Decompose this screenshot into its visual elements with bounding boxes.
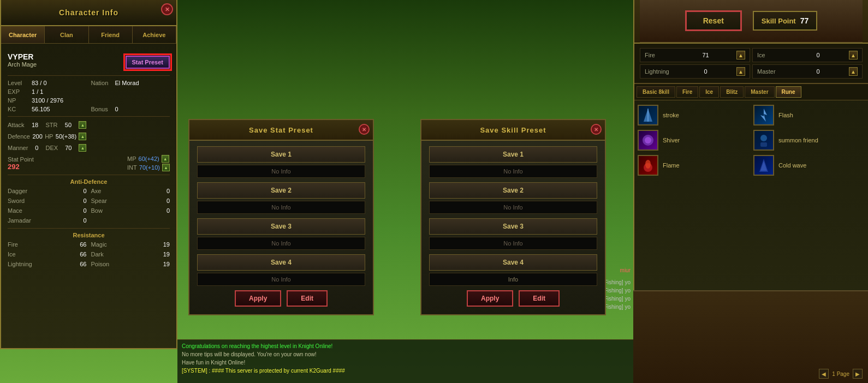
dark-res-value: 19 (163, 251, 170, 258)
stat-dialog-close-btn[interactable]: ✕ (359, 124, 370, 135)
coldwave-label: Cold wave (778, 162, 806, 169)
skill-save-3-btn[interactable]: Save 3 (429, 218, 597, 235)
hp-up-btn[interactable]: ▲ (79, 133, 86, 140)
fishing-line-1: [Fishing] yo (603, 278, 631, 286)
stat-dialog-titlebar: Save Stat Preset ✕ (189, 120, 373, 141)
coldwave-icon (753, 155, 774, 176)
nation-value: El Morad (115, 80, 139, 86)
magic-res-value: 19 (163, 241, 170, 248)
skill-panel-top: Reset Skill Point 77 (634, 0, 868, 44)
skill-dialog-titlebar: Save Skill Preset ✕ (421, 120, 605, 141)
stat-save-4-btn[interactable]: Save 4 (197, 254, 365, 271)
skill-save-2-btn[interactable]: Save 2 (429, 182, 597, 199)
skill-point-value: 77 (800, 16, 809, 25)
tab-fire-skill[interactable]: Fire (676, 86, 698, 98)
stat-apply-btn[interactable]: Apply (235, 290, 281, 307)
stat-save-2-info: No Info (197, 201, 365, 214)
reset-button[interactable]: Reset (685, 10, 742, 31)
master-attr-value: 0 (789, 68, 847, 75)
stat-save-2-btn[interactable]: Save 2 (197, 182, 365, 199)
svg-point-4 (645, 137, 651, 143)
flash-label: Flash (778, 112, 793, 118)
bonus-label: Bonus (91, 106, 113, 112)
stat-save-3-btn[interactable]: Save 3 (197, 218, 365, 235)
skill-dialog-content: Save 1 No Info Save 2 No Info Save 3 No … (421, 141, 605, 314)
tab-basic-skill[interactable]: Basic 8kill (637, 86, 675, 98)
lightning-res-row: Lightning 66 (8, 260, 87, 268)
lightning-attr-row: Lightning 0 ▲ (640, 64, 750, 79)
bonus-row: Bonus 0 (91, 105, 170, 113)
fire-attr-add-btn[interactable]: ▲ (736, 51, 745, 59)
tab-clan[interactable]: Clan (45, 26, 88, 43)
mace-row: Mace 0 (8, 206, 87, 215)
int-up-btn[interactable]: ▲ (162, 164, 170, 171)
stat-save-1-btn[interactable]: Save 1 (197, 146, 365, 163)
svg-point-8 (645, 160, 651, 169)
str-up-btn[interactable]: ▲ (79, 121, 86, 129)
attack-label: Attack (8, 122, 25, 128)
char-panel-titlebar: Character Info ✕ (1, 0, 176, 26)
skill-summon: summon friend (753, 130, 865, 151)
dex-up-btn[interactable]: ▲ (79, 144, 86, 152)
sword-row: Sword 0 (8, 196, 87, 205)
tab-friend[interactable]: Friend (89, 26, 133, 43)
skill-edit-btn[interactable]: Edit (519, 290, 560, 307)
chat-line-2: No more tips will be displayed. You're o… (182, 350, 629, 358)
summon-icon (753, 130, 774, 151)
spear-value: 0 (167, 198, 170, 204)
skill-save-4-btn[interactable]: Save 4 (429, 254, 597, 271)
mp-value: 60(+42) (139, 155, 159, 162)
fishing-text: [Fishing] yo [Fishing] yo [Fishing] yo [… (603, 278, 631, 311)
char-panel-title: Character Info (59, 8, 118, 17)
stat-preset-button[interactable]: Stat Preset (126, 56, 170, 69)
stat-save-3-info: No Info (197, 237, 365, 250)
tab-rune-skill[interactable]: Rune (776, 86, 801, 98)
mp-up-btn[interactable]: ▲ (162, 155, 169, 163)
char-tabs-row: Character Clan Friend Achieve (1, 26, 176, 44)
tab-ice-skill[interactable]: Ice (699, 86, 719, 98)
hp-value: 50(+38) (56, 133, 76, 140)
attack-value: 18 (32, 122, 38, 128)
book-area: ◀ 1 Page ▶ (633, 290, 868, 383)
lightning-attr-add-btn[interactable]: ▲ (736, 67, 745, 76)
skill-dialog-title: Save Skill Preset (480, 126, 546, 134)
ice-attr-add-btn[interactable]: ▲ (849, 51, 858, 59)
tab-character[interactable]: Character (1, 26, 45, 43)
char-panel-close-btn[interactable]: ✕ (161, 3, 173, 15)
tab-blitz-skill[interactable]: Blitz (720, 86, 744, 98)
divider-3 (8, 175, 170, 175)
resistance-title: Resistance (8, 232, 170, 238)
str-label: STR (46, 122, 58, 128)
str-value: 50 (65, 122, 72, 128)
fishing-line-3: [Fishing] yo (603, 295, 631, 303)
tab-achieve[interactable]: Achieve (133, 26, 176, 43)
skill-save-2-info: No Info (429, 201, 597, 214)
stat-point-label: Stat Point (8, 156, 34, 163)
skill-apply-btn[interactable]: Apply (467, 290, 513, 307)
skill-save-4-info: Info (429, 273, 597, 286)
page-prev-btn[interactable]: ◀ (819, 369, 829, 379)
exp-label: EXP (8, 88, 29, 95)
page-next-btn[interactable]: ▶ (853, 369, 863, 379)
master-attr-add-btn[interactable]: ▲ (849, 67, 858, 76)
stat-dialog-footer: Apply Edit (197, 290, 365, 309)
svg-marker-2 (760, 109, 767, 122)
char-content: VYPER Arch Mage Stat Preset Level 83 / 0… (1, 44, 176, 273)
kc-row: KC 56.105 (8, 105, 87, 113)
skill-save-1-btn[interactable]: Save 1 (429, 146, 597, 163)
skill-point-label: Skill Point (762, 17, 796, 25)
fire-attr-value: 71 (677, 52, 734, 58)
skill-attrs-grid: Fire 71 ▲ Ice 0 ▲ Lightning 0 ▲ Master 0… (634, 44, 868, 84)
skill-dialog-close-btn[interactable]: ✕ (591, 124, 602, 135)
page-nav: ◀ 1 Page ▶ (819, 369, 863, 379)
fire-attr-label: Fire (645, 52, 675, 58)
dark-res-row: Dark 19 (91, 250, 170, 259)
char-name-row: VYPER Arch Mage Stat Preset (8, 52, 170, 72)
svg-point-5 (760, 135, 767, 141)
stroke-label: stroke (663, 112, 679, 118)
level-row: Level 83 / 0 (8, 79, 87, 87)
fire-res-value: 66 (80, 241, 86, 248)
anti-def-grid: Dagger 0 Axe 0 Sword 0 Spear 0 Mace 0 Bo… (8, 187, 170, 225)
tab-master-skill[interactable]: Master (745, 86, 774, 98)
stat-edit-btn[interactable]: Edit (287, 290, 328, 307)
